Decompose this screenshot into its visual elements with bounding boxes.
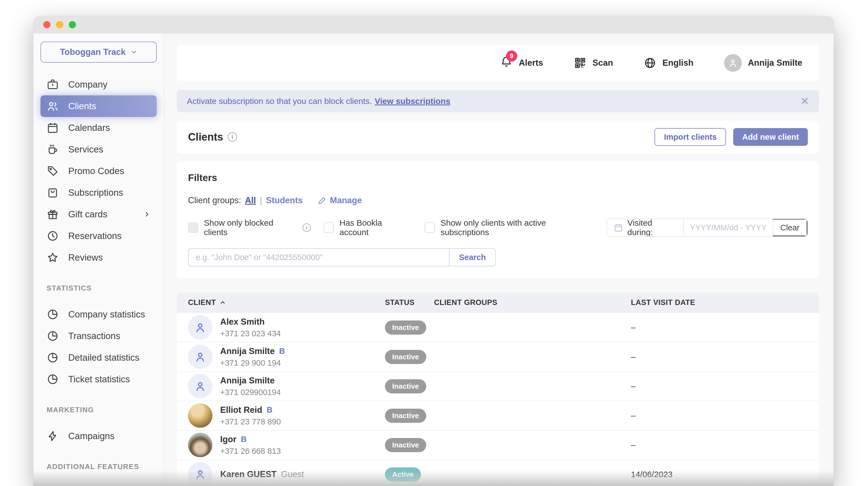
add-new-client-button[interactable]: Add new client [733,128,808,146]
user-menu[interactable]: Annija Smilte [724,54,802,72]
qr-code-icon [574,57,587,69]
search-button[interactable]: Search [449,248,496,266]
table-header-row: CLIENT STATUS CLIENT GROUPS LAST VISIT D… [177,292,819,313]
column-header-client[interactable]: CLIENT [188,298,385,307]
checkbox-has-bookla-account[interactable]: Has Bookla account [323,218,412,237]
pencil-icon [318,196,327,205]
clear-dates-button[interactable]: Clear [773,219,807,236]
sidebar-item-label: Detailed statistics [68,352,140,363]
clock-icon [46,230,59,242]
visited-during-label: Visited during: [627,219,676,237]
users-icon [46,100,59,112]
last-visit-cell: – [631,411,808,420]
table-row[interactable]: Annija Smilte +371 029900194 Inactive – [177,371,819,400]
column-header-client-groups[interactable]: CLIENT GROUPS [434,298,631,307]
alerts-label: Alerts [519,58,543,68]
sidebar-item-reservations[interactable]: Reservations [40,225,157,247]
client-avatar-placeholder [188,345,212,369]
language-label: English [662,58,693,68]
sidebar-item-promo-codes[interactable]: Promo Codes [40,160,157,182]
view-subscriptions-link[interactable]: View subscriptions [375,96,451,106]
table-row[interactable]: Alex Smith +371 23 023 434 Inactive – [177,313,819,342]
sidebar-item-company[interactable]: Company [40,74,157,95]
sidebar-item-label: Subscriptions [68,187,123,198]
client-avatar-placeholder [188,374,212,398]
sidebar-item-label: Calendars [68,123,110,133]
last-visit-cell: – [631,352,808,361]
bookla-badge: B [279,347,285,356]
checkbox[interactable] [323,222,334,233]
sidebar-item-services[interactable]: Services [40,139,157,160]
sidebar-item-label: Services [68,144,103,155]
import-clients-button[interactable]: Import clients [654,128,726,146]
client-name: Annija Smilte [220,346,275,356]
alerts-button[interactable]: 9 Alerts [500,56,543,70]
calendar-icon [614,223,623,233]
sidebar-item-clients[interactable]: Clients [40,95,157,117]
manage-groups-button[interactable]: Manage [318,195,362,205]
briefcase-icon [46,78,59,91]
sidebar-item-label: Clients [68,101,96,111]
sidebar-item-calendars[interactable]: Calendars [40,117,157,139]
calendar-icon [46,122,59,134]
sidebar-item-campaigns[interactable]: Campaigns [40,425,157,447]
column-header-last-visit-date[interactable]: LAST VISIT DATE [631,298,808,307]
client-photo-avatar [188,433,212,457]
status-badge: Inactive [385,438,426,452]
group-filter-all[interactable]: All [245,195,256,205]
sidebar-item-company-statistics[interactable]: Company statistics [40,303,157,325]
sidebar-item-transactions[interactable]: Transactions [40,325,157,347]
sidebar-item-label: Transactions [68,331,120,341]
sidebar-item-detailed-statistics[interactable]: Detailed statistics [40,347,157,368]
bookla-badge: B [267,405,273,415]
scan-button[interactable]: Scan [574,57,613,69]
status-badge: Inactive [385,409,426,423]
checkbox[interactable] [188,222,198,233]
checkbox-active-subscriptions[interactable]: Show only clients with active subscripti… [425,218,593,237]
group-filter-students[interactable]: Students [266,195,303,205]
column-header-status[interactable]: STATUS [385,298,434,307]
pie-chart-icon [46,352,59,364]
sidebar-item-reviews[interactable]: Reviews [40,247,157,268]
sidebar-item-label: Ticket statistics [68,374,130,385]
banner-text: Activate subscription so that you can bl… [187,96,372,106]
clients-table: CLIENT STATUS CLIENT GROUPS LAST VISIT D… [177,292,819,486]
person-icon [194,350,207,363]
workspace-selector[interactable]: Toboggan Track [40,41,157,63]
language-selector[interactable]: English [644,57,693,69]
app-body: Toboggan Track Company Clients Calendars [33,33,834,486]
visited-during-input[interactable] [684,219,773,236]
table-row[interactable]: IgorB +371 26 668 813 Inactive – [177,430,819,459]
table-row[interactable]: Elliot ReidB +371 23 778 890 Inactive – [177,400,819,430]
sidebar-item-subscriptions[interactable]: Subscriptions [40,182,157,203]
table-row[interactable]: Annija SmilteB +371 29 900 194 Inactive … [177,342,819,371]
minimize-window-button[interactable] [56,21,63,28]
topbar: 9 Alerts Scan English [177,45,819,81]
tag-icon [46,165,59,177]
info-icon[interactable]: i [228,132,237,142]
sidebar-item-label: Reviews [68,252,103,263]
client-phone: +371 23 778 890 [220,417,281,426]
client-phone: +371 26 668 813 [220,447,281,456]
client-name: Igor [220,434,237,445]
person-icon [194,380,207,393]
checkbox[interactable] [425,222,435,233]
person-icon [194,321,207,334]
sidebar-item-gift-cards[interactable]: Gift cards [40,203,157,225]
close-window-button[interactable] [43,21,51,28]
sidebar-item-ticket-statistics[interactable]: Ticket statistics [40,368,157,390]
client-name: Elliot Reid [220,405,262,415]
status-badge: Inactive [385,379,426,393]
status-badge: Inactive [385,350,426,364]
table-row[interactable]: Karen GUESTGuest Active 14/06/2023 [177,459,819,486]
page-title: Clients i [188,131,237,143]
search-input[interactable] [188,248,449,266]
sidebar-section-statistics: STATISTICS [40,284,157,292]
sidebar-item-label: Gift cards [68,209,107,220]
checkbox-show-blocked[interactable]: Show only blocked clients i [188,218,311,237]
zoom-window-button[interactable] [69,21,76,28]
client-avatar-placeholder [188,462,212,486]
info-icon[interactable]: i [303,223,311,232]
pie-chart-icon [46,373,59,385]
close-icon[interactable]: ✕ [801,95,809,107]
